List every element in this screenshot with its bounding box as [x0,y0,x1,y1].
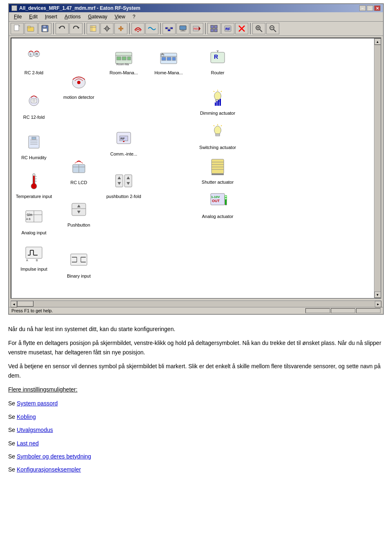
shutter-actuator-item[interactable]: Shutter actuator [199,156,236,185]
impulse-input-item[interactable]: A B Impulse input [16,243,52,272]
svg-text:RF: RF [120,137,125,140]
svg-rect-34 [214,25,217,28]
home-manager-label: Home-Mana... [154,70,183,76]
open-button[interactable] [24,23,38,34]
svg-text:A: A [26,259,28,262]
svg-rect-3 [27,26,31,28]
scroll-h-thumb[interactable] [17,301,33,307]
device-col-4: Home-Mana... [150,42,195,281]
scroll-up-button[interactable]: ▲ [374,38,381,45]
menu-help[interactable]: ? [129,13,139,20]
menu-insert[interactable]: Insert [42,13,60,20]
rc-lcd-item[interactable]: RC LCD [60,156,97,185]
menu-edit[interactable]: Edit [26,13,41,20]
rc-humidity-item[interactable]: RC Humidity [16,131,52,160]
analog-input-item[interactable]: 1in A B Analog input [16,207,52,236]
svg-text:REC: REC [194,27,200,30]
horizontal-scrollbar[interactable]: ◄ ► [11,300,381,307]
menu-view[interactable]: View [111,13,129,20]
pushbutton2-label: pushbutton 2-fold [106,194,141,199]
pushbutton-label: Pushbutton [67,222,90,228]
edit-button[interactable] [87,23,100,34]
svg-marker-7 [58,27,61,29]
link-konfigurasjonseksempler: Se Konfigurasjonseksempler [8,465,384,474]
scroll-left-button[interactable]: ◄ [11,301,17,307]
last-ned-link[interactable]: Last ned [17,440,39,447]
room-manager-item[interactable]: Room-Ma Room-Mana... [105,47,142,76]
svg-rect-149 [225,196,227,198]
application-window: All_devices_MRF_1.47_mdm.mrf - Eaton RF-… [8,3,384,315]
body-para-2: For å flytte en deltagers posisjon på sk… [8,338,384,357]
status-section-3 [356,308,381,313]
analog-actuator-item[interactable]: 1-10V OUT Analog actuator [199,190,236,219]
comm-inte-item[interactable]: RF Comm.-inte... [105,128,142,157]
status-help-text: Press F1 to get help. [11,308,53,313]
rf-button[interactable] [131,23,145,34]
kobling-link[interactable]: Kobling [17,414,36,420]
device-col-3: Room-Ma Room-Mana... [105,42,150,281]
link-utvalgsmodus: Se Utvalgsmodus [8,425,384,434]
svg-line-46 [274,29,276,32]
symboler-link[interactable]: Symboler og deres betydning [17,453,91,460]
binary-input-item[interactable]: Binary input [60,250,97,279]
pushbutton-item[interactable]: Pushbutton [60,199,97,228]
menu-file[interactable]: File [11,13,25,20]
switching-actuator-item[interactable]: Switching actuator [199,121,236,150]
link-symboler: Se Symboler og deres betydning [8,452,384,461]
wave-button[interactable] [145,23,158,34]
svg-point-20 [138,31,139,32]
utvalgsmodus-link[interactable]: Utvalgsmodus [17,427,53,433]
svg-rect-128 [216,101,218,106]
rc-lcd-label: RC LCD [71,180,87,185]
rc-12fold-item[interactable]: RC 12-fold [16,91,52,120]
temperature-input-item[interactable]: Temperature input [16,170,52,199]
canvas-area[interactable]: L R RC 2-fold [11,38,381,299]
rc-2fold-item[interactable]: L R RC 2-fold [16,47,52,76]
dimming-actuator-item[interactable]: Dimming actuator [199,87,236,116]
shutter-actuator-label: Shutter actuator [202,180,234,185]
konfigurasjonseksempler-link[interactable]: Konfigurasjonseksempler [17,466,81,473]
svg-rect-36 [214,29,217,32]
scroll-h-track[interactable] [17,301,375,307]
svg-rect-19 [120,26,122,31]
pushbutton2-item[interactable]: pushbutton 2-fold [105,170,142,199]
svg-point-83 [77,81,80,84]
status-bar: Press F1 to get help. [9,307,383,314]
delete-button[interactable] [235,23,248,34]
svg-rect-65 [33,176,35,185]
tool-button[interactable] [114,23,127,34]
computer-button[interactable] [176,23,189,34]
scroll-down-button[interactable]: ▼ [374,291,381,298]
restore-button[interactable]: □ [367,5,373,11]
router-item[interactable]: R Router [199,47,236,76]
layout-button[interactable] [207,23,220,34]
motion-detector-item[interactable]: motion detector [60,71,97,100]
redo-button[interactable] [69,23,82,34]
dimming-actuator-label: Dimming actuator [200,111,235,116]
menu-actions[interactable]: Actions [61,13,84,20]
minimize-button[interactable]: − [359,5,366,11]
undo-button[interactable] [56,23,69,34]
close-button[interactable]: ✕ [374,5,381,11]
rf-logo-button[interactable]: RF [221,23,234,34]
device-col-2: motion detector RC LCD [60,42,105,281]
svg-rect-130 [220,99,221,106]
svg-rect-27 [180,26,186,30]
network-button[interactable] [163,23,176,34]
svg-marker-1 [19,25,20,26]
system-passord-link[interactable]: System passord [17,400,58,407]
record-button[interactable]: REC [190,23,203,34]
home-manager-item[interactable]: Home-Mana... [150,47,187,76]
vertical-scrollbar[interactable]: ▲ ▼ [374,38,381,298]
svg-rect-21 [168,29,170,31]
scroll-track[interactable] [375,45,381,291]
impulse-input-label: Impulse input [20,267,47,272]
save-button[interactable] [38,23,51,34]
zoom-out-button[interactable] [266,23,279,34]
scroll-right-button[interactable]: ► [375,301,381,307]
temperature-input-label: Temperature input [16,194,52,199]
menu-gateway[interactable]: Gateway [85,13,110,20]
zoom-in-button[interactable] [252,23,265,34]
settings-button[interactable] [100,23,114,34]
new-button[interactable] [11,23,24,34]
